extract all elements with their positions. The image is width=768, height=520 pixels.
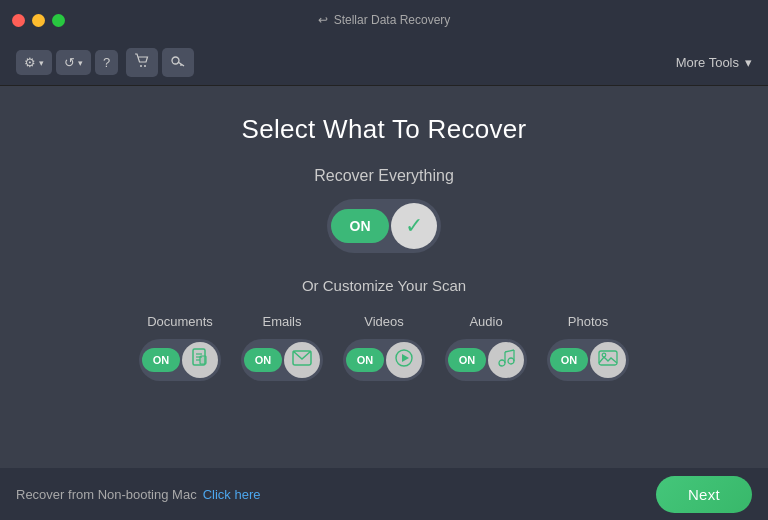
videos-on-text: ON — [357, 354, 374, 366]
audio-icon — [495, 348, 517, 372]
recover-everything-toggle[interactable]: ON ✓ — [327, 199, 441, 253]
svg-point-14 — [508, 358, 514, 364]
bottom-left: Recover from Non-booting Mac Click here — [16, 487, 260, 502]
categories-row: Documents ON — [40, 314, 728, 381]
svg-rect-18 — [599, 351, 617, 365]
next-button[interactable]: Next — [656, 476, 752, 513]
bottom-bar: Recover from Non-booting Mac Click here … — [0, 468, 768, 520]
documents-on-text: ON — [153, 354, 170, 366]
category-emails: Emails ON — [241, 314, 323, 381]
maximize-button[interactable] — [52, 14, 65, 27]
toolbar: ⚙ ▾ ↺ ▾ ? More Tools ▾ — [0, 40, 768, 86]
photos-on-text: ON — [561, 354, 578, 366]
videos-label: Videos — [364, 314, 404, 329]
photos-toggle-knob — [590, 342, 626, 378]
svg-point-1 — [144, 65, 146, 67]
videos-toggle-knob — [386, 342, 422, 378]
svg-point-0 — [140, 65, 142, 67]
videos-toggle-track: ON — [346, 348, 384, 372]
more-tools-label: More Tools — [676, 55, 739, 70]
cart-button[interactable] — [126, 48, 158, 77]
photo-icon — [598, 349, 618, 371]
key-button[interactable] — [162, 48, 194, 77]
checkmark-icon: ✓ — [405, 213, 423, 239]
category-audio: Audio ON — [445, 314, 527, 381]
audio-on-text: ON — [459, 354, 476, 366]
category-videos: Videos ON — [343, 314, 425, 381]
main-content: Select What To Recover Recover Everythin… — [0, 86, 768, 401]
category-documents: Documents ON — [139, 314, 221, 381]
help-button[interactable]: ? — [95, 50, 118, 75]
photos-toggle[interactable]: ON — [547, 339, 629, 381]
help-icon: ? — [103, 55, 110, 70]
emails-toggle-knob — [284, 342, 320, 378]
toggle-on-text: ON — [350, 218, 371, 234]
click-here-link[interactable]: Click here — [203, 487, 261, 502]
non-booting-label: Recover from Non-booting Mac — [16, 487, 197, 502]
documents-toggle-knob — [182, 342, 218, 378]
email-icon — [292, 350, 312, 370]
close-button[interactable] — [12, 14, 25, 27]
svg-point-2 — [172, 57, 179, 64]
videos-toggle[interactable]: ON — [343, 339, 425, 381]
key-icon — [170, 53, 186, 72]
svg-point-13 — [499, 360, 505, 366]
emails-label: Emails — [262, 314, 301, 329]
documents-toggle[interactable]: ON — [139, 339, 221, 381]
settings-icon: ⚙ — [24, 55, 36, 70]
page-title: Select What To Recover — [241, 114, 526, 145]
video-icon — [394, 348, 414, 372]
photos-toggle-track: ON — [550, 348, 588, 372]
emails-toggle[interactable]: ON — [241, 339, 323, 381]
documents-toggle-track: ON — [142, 348, 180, 372]
audio-toggle[interactable]: ON — [445, 339, 527, 381]
back-icon: ↩ — [318, 13, 328, 27]
titlebar-center: ↩ Stellar Data Recovery — [318, 13, 451, 27]
settings-chevron: ▾ — [39, 58, 44, 68]
history-chevron: ▾ — [78, 58, 83, 68]
or-customize-label: Or Customize Your Scan — [302, 277, 466, 294]
photos-label: Photos — [568, 314, 608, 329]
app-title: Stellar Data Recovery — [334, 13, 451, 27]
audio-toggle-knob — [488, 342, 524, 378]
svg-rect-9 — [200, 356, 206, 364]
documents-label: Documents — [147, 314, 213, 329]
more-tools-chevron: ▾ — [745, 55, 752, 70]
svg-line-17 — [505, 350, 514, 352]
history-button[interactable]: ↺ ▾ — [56, 50, 91, 75]
minimize-button[interactable] — [32, 14, 45, 27]
settings-button[interactable]: ⚙ ▾ — [16, 50, 52, 75]
emails-on-text: ON — [255, 354, 272, 366]
svg-marker-12 — [402, 354, 409, 362]
toolbar-right[interactable]: More Tools ▾ — [676, 55, 752, 70]
cart-icon — [134, 53, 150, 72]
history-icon: ↺ — [64, 55, 75, 70]
audio-label: Audio — [469, 314, 502, 329]
traffic-lights — [12, 14, 65, 27]
document-icon — [191, 348, 209, 372]
audio-toggle-track: ON — [448, 348, 486, 372]
recover-toggle-knob: ✓ — [391, 203, 437, 249]
toolbar-left: ⚙ ▾ ↺ ▾ ? — [16, 48, 194, 77]
recover-toggle-track: ON — [331, 209, 389, 243]
emails-toggle-track: ON — [244, 348, 282, 372]
titlebar: ↩ Stellar Data Recovery — [0, 0, 768, 40]
recover-everything-label: Recover Everything — [314, 167, 454, 185]
category-photos: Photos ON — [547, 314, 629, 381]
